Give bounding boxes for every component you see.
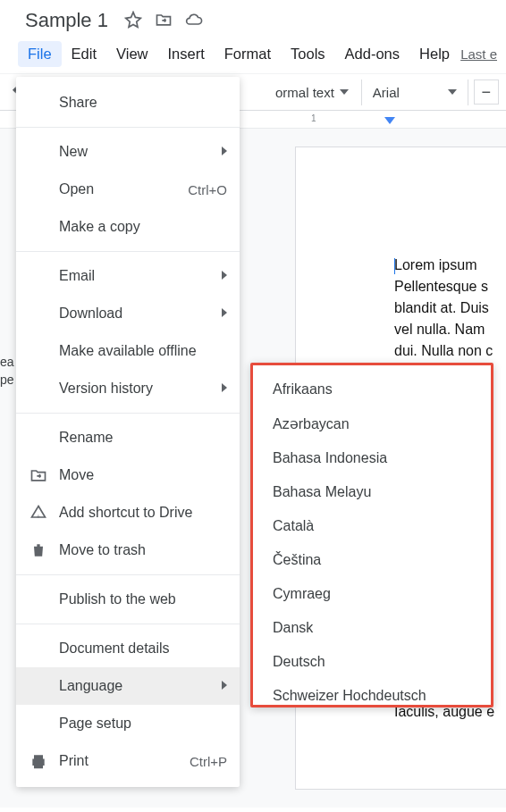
file-make-offline[interactable]: Make available offline (16, 332, 240, 370)
drive-shortcut-icon: + (29, 503, 48, 523)
move-icon (29, 465, 48, 485)
menu-separator (16, 251, 240, 252)
file-document-details[interactable]: Document details (16, 630, 240, 667)
file-open[interactable]: Open Ctrl+O (16, 171, 240, 208)
shortcut-label: Ctrl+P (190, 754, 227, 769)
ruler-tick-1: 1 (311, 113, 316, 123)
file-page-setup[interactable]: Page setup (16, 705, 240, 742)
submenu-arrow-icon (222, 146, 227, 157)
menu-separator (16, 127, 240, 128)
menu-format[interactable]: Format (215, 41, 281, 67)
language-option[interactable]: Čeština (253, 543, 491, 577)
chevron-down-icon (340, 89, 349, 95)
font-family-dropdown[interactable]: Arial (361, 80, 468, 105)
menu-view[interactable]: View (106, 41, 157, 67)
menu-addons[interactable]: Add-ons (335, 41, 409, 67)
print-icon (29, 751, 48, 771)
file-publish-web[interactable]: Publish to the web (16, 581, 240, 618)
language-option[interactable]: Deutsch (253, 645, 491, 679)
submenu-arrow-icon (222, 271, 227, 280)
font-size-decrease-button[interactable]: − (474, 80, 499, 105)
menu-insert[interactable]: Insert (158, 41, 215, 67)
document-title[interactable]: Sample 1 (25, 9, 108, 32)
file-new[interactable]: New (16, 133, 240, 171)
shortcut-label: Ctrl+O (188, 182, 227, 197)
move-folder-icon[interactable] (155, 11, 173, 31)
language-submenu: Afrikaans Azərbaycan Bahasa Indonesia Ba… (250, 363, 493, 707)
language-option[interactable]: Afrikaans (253, 373, 491, 406)
chevron-down-icon (448, 89, 457, 95)
menu-edit[interactable]: Edit (62, 41, 106, 67)
language-option[interactable]: Cymraeg (253, 577, 491, 611)
file-version-history[interactable]: Version history (16, 370, 240, 407)
file-move-to-trash[interactable]: Move to trash (16, 532, 240, 569)
menu-file[interactable]: File (18, 41, 62, 67)
menu-help[interactable]: Help (409, 41, 460, 67)
indent-marker-icon[interactable] (384, 117, 395, 124)
file-add-shortcut[interactable]: + Add shortcut to Drive (16, 494, 240, 532)
file-rename[interactable]: Rename (16, 419, 240, 456)
language-option[interactable]: Dansk (253, 611, 491, 645)
file-email[interactable]: Email (16, 257, 240, 295)
submenu-arrow-icon (222, 383, 227, 392)
menu-separator (16, 574, 240, 575)
language-option[interactable]: Schweizer Hochdeutsch (253, 679, 491, 704)
file-menu-dropdown: Share New Open Ctrl+O Make a copy Email … (16, 77, 240, 787)
file-language[interactable]: Language (16, 667, 240, 705)
menu-tools[interactable]: Tools (281, 41, 335, 67)
last-edit-link[interactable]: Last e (460, 46, 497, 62)
file-download[interactable]: Download (16, 295, 240, 332)
font-family-label: Arial (373, 85, 400, 100)
language-option[interactable]: Bahasa Indonesia (253, 441, 491, 475)
cloud-icon[interactable] (185, 11, 203, 31)
menu-separator (16, 413, 240, 414)
menu-separator (16, 624, 240, 624)
paragraph-styles-dropdown[interactable]: ormal text (268, 81, 356, 104)
trash-icon (29, 540, 48, 560)
file-make-copy[interactable]: Make a copy (16, 208, 240, 246)
paragraph-style-label: ormal text (275, 85, 334, 100)
menu-bar: File Edit View Insert Format Tools Add-o… (0, 38, 506, 73)
background-text-fragment: ea pe (0, 354, 16, 389)
language-option[interactable]: Azərbaycan (253, 406, 491, 441)
svg-text:+: + (37, 513, 41, 521)
file-share[interactable]: Share (16, 84, 240, 121)
language-option[interactable]: Bahasa Melayu (253, 475, 491, 509)
submenu-arrow-icon (222, 308, 227, 317)
language-option[interactable]: Català (253, 509, 491, 543)
blank-icon (29, 93, 48, 113)
file-print[interactable]: Print Ctrl+P (16, 742, 240, 780)
star-icon[interactable] (124, 11, 142, 31)
file-move[interactable]: Move (16, 456, 240, 494)
submenu-arrow-icon (222, 681, 227, 690)
body-paragraph[interactable]: Lorem ipsum Pellentesque s blandit at. D… (394, 255, 506, 362)
title-bar: Sample 1 (0, 0, 506, 38)
